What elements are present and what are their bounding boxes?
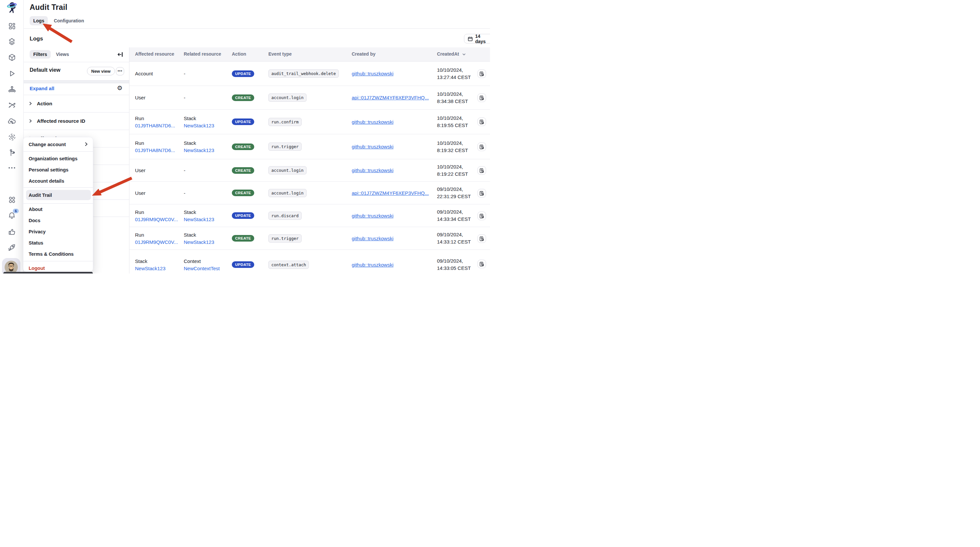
event-type-chip: audit_trail_webhook.delete: [268, 70, 339, 78]
table-row[interactable]: StackNewStack123 ContextNewContextTest U…: [129, 250, 490, 274]
col-event-type: Event type: [268, 51, 292, 57]
created-by-link[interactable]: github::truszkowski: [352, 213, 433, 219]
action-badge: UPDATE: [232, 261, 254, 268]
row-details-button[interactable]: [477, 70, 486, 78]
expand-all-link[interactable]: Expand all: [30, 86, 54, 91]
apps-icon[interactable]: [0, 196, 24, 204]
logs-section-heading: Logs: [30, 36, 43, 42]
created-by-link[interactable]: github::truszkowski: [352, 236, 433, 241]
date-range-button[interactable]: 14 days: [464, 34, 490, 43]
audit-trail-page: 6 Audit: [0, 0, 490, 274]
table-row[interactable]: Run01J9THA8N7D6... StackNewStack123 CREA…: [129, 134, 490, 159]
affected-resource-link[interactable]: 01J9THA8N7D6...: [135, 147, 181, 153]
action-badge: CREATE: [232, 143, 254, 150]
runs-icon[interactable]: [0, 70, 24, 77]
created-by-link[interactable]: api::01J7ZWZM4YF6XEP3VFHQ...: [352, 95, 433, 100]
table-row[interactable]: Run01J9THA8N7D6... StackNewStack123 UPDA…: [129, 109, 490, 134]
related-resource-link[interactable]: NewStack123: [184, 123, 230, 128]
related-resource-link[interactable]: NewStack123: [184, 239, 230, 245]
menu-item-privacy[interactable]: Privacy: [29, 229, 46, 234]
menu-item-logout[interactable]: Logout: [29, 266, 45, 271]
collapse-panel-icon[interactable]: [117, 51, 124, 59]
menu-item-status[interactable]: Status: [29, 240, 43, 246]
view-more-button[interactable]: •••: [116, 67, 124, 75]
menu-item-about[interactable]: About: [29, 207, 43, 212]
dashboard-icon[interactable]: [0, 22, 24, 30]
event-type-chip: context.attach: [268, 261, 309, 269]
menu-item-audit-trail[interactable]: Audit Trail: [26, 190, 91, 200]
table-row[interactable]: Run01J9RM9QWC0V... StackNewStack123 UPDA…: [129, 205, 490, 227]
menu-item-organization-settings[interactable]: Organization settings: [29, 156, 77, 161]
stacks-icon[interactable]: [0, 38, 24, 45]
account-menu: Change account Organization settings Per…: [23, 137, 93, 272]
spaces-icon[interactable]: [0, 85, 24, 94]
tab-views[interactable]: Views: [56, 50, 69, 59]
created-by-link[interactable]: github::truszkowski: [352, 144, 433, 149]
user-avatar[interactable]: [2, 258, 21, 274]
row-details-button[interactable]: [477, 212, 486, 220]
tab-configuration[interactable]: Configuration: [54, 16, 84, 25]
event-type-chip: run.confirm: [268, 118, 302, 126]
menu-item-docs[interactable]: Docs: [29, 218, 40, 223]
created-by-link[interactable]: github::truszkowski: [352, 71, 433, 76]
row-details-button[interactable]: [477, 166, 486, 175]
panel-divider: [24, 62, 129, 62]
row-details-button[interactable]: [477, 117, 486, 126]
action-badge: CREATE: [232, 190, 254, 196]
blueprints-icon[interactable]: [0, 54, 24, 61]
row-details-button[interactable]: [477, 189, 486, 197]
col-created-at[interactable]: CreatedAt: [437, 51, 466, 57]
filter-group-action[interactable]: Action: [24, 95, 129, 112]
created-by-link[interactable]: github::truszkowski: [352, 168, 433, 173]
dock-edge: [3, 272, 93, 274]
col-related-resource: Related resource: [184, 51, 221, 57]
menu-item-change-account[interactable]: Change account: [29, 142, 66, 147]
menu-item-terms-conditions[interactable]: Terms & Conditions: [29, 251, 74, 257]
table-row[interactable]: User - CREATE account.login api::01J7ZWZ…: [129, 182, 490, 205]
menu-item-account-details[interactable]: Account details: [29, 178, 64, 184]
table-header: Affected resource Related resource Actio…: [129, 48, 490, 62]
action-badge: CREATE: [232, 94, 254, 101]
related-resource-link[interactable]: NewStack123: [184, 217, 230, 222]
related-resource-link[interactable]: NewStack123: [184, 147, 230, 153]
affected-resource-link[interactable]: 01J9THA8N7D6...: [135, 123, 181, 128]
cloud-integrations-icon[interactable]: [0, 117, 24, 126]
affected-resource-link[interactable]: NewStack123: [135, 266, 181, 271]
chevron-right-icon: [28, 119, 33, 123]
row-details-button[interactable]: [477, 260, 486, 268]
launchpad-rocket-icon[interactable]: [0, 243, 24, 252]
tools-icon[interactable]: [0, 101, 24, 109]
table-row[interactable]: Run01J9RM9QWC0V... StackNewStack123 CREA…: [129, 227, 490, 250]
table-row[interactable]: User - CREATE account.login api::01J7ZWZ…: [129, 86, 490, 109]
created-by-link[interactable]: github::truszkowski: [352, 119, 433, 125]
filter-group-affected-resource-id[interactable]: Affected resource ID: [24, 112, 129, 130]
policies-icon[interactable]: [0, 149, 24, 156]
table-row[interactable]: User - CREATE account.login github::trus…: [129, 159, 490, 182]
row-details-button[interactable]: [477, 234, 486, 243]
notifications-bell-icon[interactable]: 6: [0, 211, 24, 220]
created-by-link[interactable]: api::01J7ZWZM4YF6XEP3VFHQ...: [352, 190, 433, 196]
row-details-button[interactable]: [477, 94, 486, 102]
affected-resource-link[interactable]: 01J9RM9QWC0V...: [135, 217, 181, 222]
action-badge: UPDATE: [232, 119, 254, 125]
filters-settings-gear-icon[interactable]: ⚙: [117, 84, 123, 92]
feedback-thumbs-up-icon[interactable]: [0, 228, 24, 236]
tab-logs[interactable]: Logs: [30, 16, 48, 25]
created-by-link[interactable]: github::truszkowski: [352, 262, 433, 268]
action-badge: UPDATE: [232, 212, 254, 219]
more-icon[interactable]: [0, 166, 24, 170]
new-view-button[interactable]: New view: [87, 67, 115, 75]
action-badge: UPDATE: [232, 70, 254, 77]
event-type-chip: run.trigger: [268, 143, 302, 151]
drift-detection-icon[interactable]: [0, 133, 24, 141]
related-resource-link[interactable]: NewContextTest: [184, 266, 233, 271]
table-row[interactable]: Account - UPDATE audit_trail_webhook.del…: [129, 62, 490, 86]
date-range-label: 14 days: [475, 33, 490, 44]
col-affected-resource: Affected resource: [135, 51, 174, 57]
menu-item-personal-settings[interactable]: Personal settings: [29, 167, 68, 173]
col-action: Action: [232, 51, 246, 57]
tab-filters[interactable]: Filters: [30, 50, 51, 59]
affected-resource-link[interactable]: 01J9RM9QWC0V...: [135, 239, 181, 245]
spacelift-logo-icon[interactable]: [0, 1, 24, 14]
row-details-button[interactable]: [477, 143, 486, 151]
